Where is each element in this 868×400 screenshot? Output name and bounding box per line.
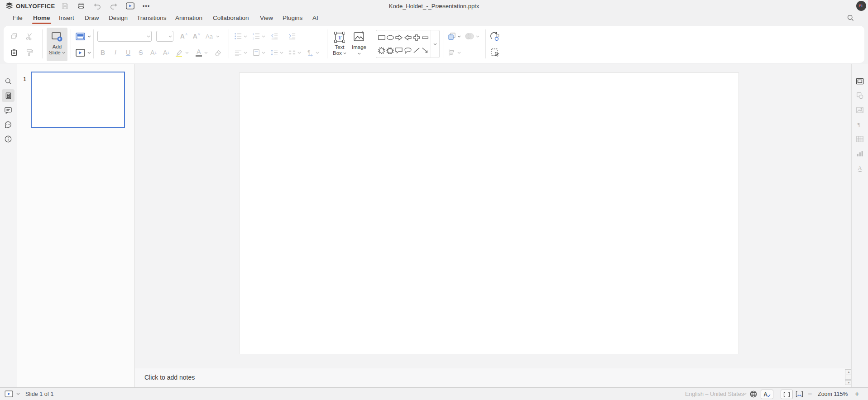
paste-button[interactable] xyxy=(8,47,20,58)
font-size-input[interactable] xyxy=(156,31,173,42)
numbering-button[interactable]: 12 xyxy=(250,30,262,42)
superscript-button[interactable]: A1 xyxy=(148,47,159,58)
text-box-button[interactable]: T Text Box xyxy=(331,28,349,61)
decrease-font-button[interactable]: A˅ xyxy=(191,30,202,42)
notes-placeholder[interactable]: Click to add notes xyxy=(144,374,195,381)
horizontal-align-dropdown[interactable] xyxy=(243,47,248,58)
shape-line[interactable] xyxy=(413,47,420,53)
line-spacing-button[interactable] xyxy=(269,47,280,58)
about-panel-button[interactable] xyxy=(2,133,14,145)
bullets-button[interactable] xyxy=(232,30,244,42)
image-button[interactable]: Image xyxy=(350,28,368,61)
paragraph-settings-button[interactable]: ¶ xyxy=(854,118,866,131)
slideshow-mode-dropdown[interactable] xyxy=(16,388,20,400)
fit-to-slide-button[interactable] xyxy=(781,390,793,399)
shape-arrow-right[interactable] xyxy=(395,34,403,41)
highlight-color-button[interactable] xyxy=(173,47,185,58)
columns-dropdown[interactable] xyxy=(297,47,302,58)
tab-design[interactable]: Design xyxy=(108,12,129,24)
notes-area[interactable]: Click to add notes ▲ ▼ xyxy=(135,368,852,387)
bullets-dropdown[interactable] xyxy=(243,30,248,42)
vertical-align-dropdown[interactable] xyxy=(261,47,266,58)
spell-check-button[interactable]: A xyxy=(761,390,773,399)
italic-button[interactable]: I xyxy=(110,47,121,58)
increase-font-button[interactable]: A˄ xyxy=(178,30,190,42)
tab-home[interactable]: Home xyxy=(32,12,51,24)
change-case-dropdown[interactable] xyxy=(216,30,220,42)
shapes-gallery-more-button[interactable] xyxy=(431,30,440,58)
tab-transitions[interactable]: Transitions xyxy=(136,12,168,24)
textart-settings-button[interactable]: A xyxy=(854,162,866,174)
shape-callout-rectangle[interactable] xyxy=(395,47,403,54)
shape-plus[interactable] xyxy=(413,34,420,41)
format-painter-button[interactable] xyxy=(24,47,35,58)
text-direction-button[interactable]: ¶ xyxy=(304,47,316,58)
highlight-color-dropdown[interactable] xyxy=(185,47,189,58)
shape-rectangle[interactable] xyxy=(378,35,386,40)
cut-button[interactable] xyxy=(24,30,35,42)
tab-view[interactable]: View xyxy=(259,12,274,24)
underline-button[interactable]: U xyxy=(122,47,134,58)
comments-panel-button[interactable] xyxy=(2,104,14,116)
start-slideshow-status-button[interactable] xyxy=(5,388,13,400)
columns-button[interactable] xyxy=(286,47,298,58)
fit-to-width-button[interactable] xyxy=(796,388,803,400)
tab-plugins[interactable]: Plugins xyxy=(282,12,303,24)
image-settings-button[interactable] xyxy=(854,104,866,116)
tab-file[interactable]: File xyxy=(12,12,24,24)
strikethrough-button[interactable]: S xyxy=(135,47,147,58)
document-language[interactable]: English – United States xyxy=(685,388,744,400)
arrange-shape-button[interactable] xyxy=(446,30,458,42)
shape-settings-button[interactable] xyxy=(854,89,866,102)
chat-panel-button[interactable] xyxy=(2,118,14,131)
increase-indent-button[interactable] xyxy=(286,30,298,42)
user-avatar[interactable]: EL xyxy=(856,1,866,11)
slide-canvas[interactable] xyxy=(239,72,739,354)
shape-ellipse[interactable] xyxy=(386,35,394,40)
subscript-button[interactable]: A1 xyxy=(160,47,172,58)
align-objects-dropdown[interactable] xyxy=(457,47,461,58)
tab-ai[interactable]: AI xyxy=(312,12,319,24)
merge-shapes-dropdown[interactable] xyxy=(475,30,480,42)
add-slide-button[interactable]: Add Slide xyxy=(47,28,67,61)
zoom-out-button[interactable]: − xyxy=(808,388,812,400)
tab-draw[interactable]: Draw xyxy=(84,12,100,24)
search-menu-button[interactable] xyxy=(847,14,854,22)
preview-button[interactable] xyxy=(74,47,86,58)
shape-arrow-left[interactable] xyxy=(404,34,412,41)
shape-minus[interactable] xyxy=(422,34,429,41)
font-name-input[interactable] xyxy=(97,31,152,42)
set-language-button[interactable] xyxy=(749,388,758,400)
copy-button[interactable] xyxy=(8,30,20,42)
horizontal-align-button[interactable] xyxy=(232,47,244,58)
shape-callout-oval[interactable] xyxy=(404,47,412,54)
tab-collaboration[interactable]: Collaboration xyxy=(212,12,250,24)
shape-explosion-1[interactable] xyxy=(378,47,385,54)
font-color-button[interactable]: A xyxy=(193,47,205,58)
shape-arrow-diagonal[interactable] xyxy=(422,47,429,53)
select-all-button[interactable] xyxy=(489,47,501,58)
search-panel-button[interactable] xyxy=(2,75,14,87)
slide-thumbnail[interactable] xyxy=(31,72,125,128)
text-direction-dropdown[interactable] xyxy=(315,47,320,58)
tab-animation[interactable]: Animation xyxy=(174,12,203,24)
arrange-shape-dropdown[interactable] xyxy=(457,30,461,42)
change-case-button[interactable]: Aa xyxy=(203,30,215,42)
change-layout-dropdown[interactable] xyxy=(87,30,91,42)
language-dropdown[interactable] xyxy=(743,388,747,400)
tab-insert[interactable]: Insert xyxy=(58,12,75,24)
numbering-dropdown[interactable] xyxy=(261,30,266,42)
table-settings-button[interactable] xyxy=(854,133,866,145)
shape-explosion-2[interactable] xyxy=(386,47,394,54)
chart-settings-button[interactable] xyxy=(854,147,866,160)
slide-settings-button[interactable] xyxy=(854,75,866,87)
zoom-in-button[interactable]: + xyxy=(855,388,859,400)
font-color-dropdown[interactable] xyxy=(204,47,208,58)
preview-dropdown[interactable] xyxy=(87,47,91,58)
bold-button[interactable]: B xyxy=(97,47,109,58)
line-spacing-dropdown[interactable] xyxy=(279,47,284,58)
decrease-indent-button[interactable] xyxy=(269,30,280,42)
slides-panel-button[interactable] xyxy=(2,89,14,102)
align-objects-button[interactable] xyxy=(446,47,458,58)
merge-shapes-button[interactable] xyxy=(464,30,475,42)
